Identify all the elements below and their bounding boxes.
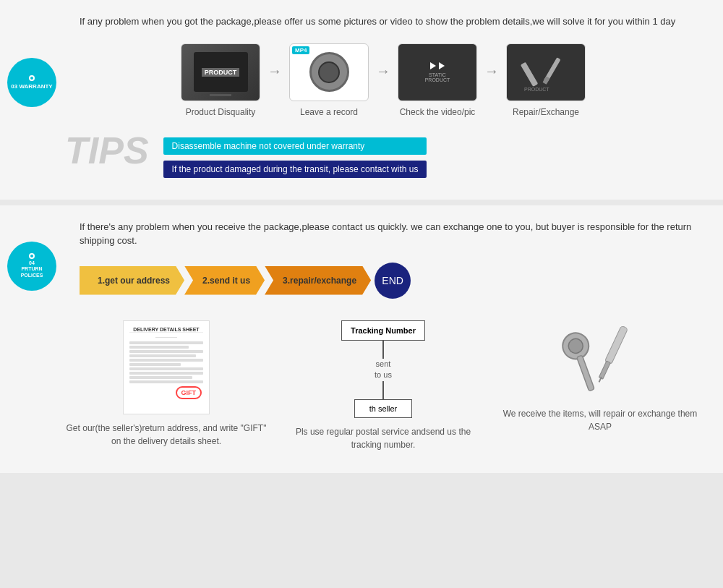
step-repair-exchange: PRODUCT Repair/Exchange xyxy=(506,43,586,117)
tips-messages: Disassemble machine not covered under wa… xyxy=(163,132,427,178)
sheet-title: DELIVERY DETAILS SHEET xyxy=(129,327,203,333)
return-step-end: END xyxy=(375,263,411,299)
return-col-1: DELIVERY DETAILS SHEET ―――――― GIFT Get o… xyxy=(65,320,268,448)
video-icon: STATICPRODUCT xyxy=(398,43,477,101)
return-step-1: 1.get our address xyxy=(80,266,184,295)
arrow1: → xyxy=(268,63,282,80)
return-step-2: 2.send it us xyxy=(184,266,265,295)
return-intro: If there's any problem when you receive … xyxy=(22,220,701,248)
sent-label: sentto us xyxy=(375,359,392,381)
col2-desc: Pls use regular postal service andsend u… xyxy=(282,425,484,451)
step-check-video: STATICPRODUCT Check the video/pic xyxy=(398,43,477,117)
return-content: DELIVERY DETAILS SHEET ―――――― GIFT Get o… xyxy=(22,320,701,451)
svg-rect-8 xyxy=(599,360,610,378)
flow-line-1 xyxy=(382,341,384,359)
return-section: If there's any problem when you receive … xyxy=(0,205,723,473)
svg-rect-0 xyxy=(521,61,538,86)
return-badge: 04PRTURNPOLICES xyxy=(7,242,56,291)
svg-rect-6 xyxy=(577,355,595,391)
warranty-section: If any problem when you got the package,… xyxy=(0,0,723,200)
warranty-badge: 03 WARRANTY xyxy=(7,58,56,107)
svg-rect-7 xyxy=(604,325,628,365)
tips-title: TIPS xyxy=(65,132,149,169)
mp4-icon: MP4 xyxy=(289,43,369,101)
arrow2: → xyxy=(376,63,390,80)
step-leave-record: MP4 Leave a record xyxy=(289,43,369,117)
warranty-steps: PRODUCT Product Disquality → MP4 Leave a… xyxy=(22,43,701,117)
tip2-message: If the product damaged during the transi… xyxy=(163,161,427,178)
tip1-message: Disassemble machine not covered under wa… xyxy=(163,137,427,155)
product-disquality-icon: PRODUCT xyxy=(181,43,260,101)
return-col-3: We receive the items, will repair or exc… xyxy=(499,320,701,433)
step2-label: Leave a record xyxy=(300,107,358,117)
step1-label: Product Disquality xyxy=(186,107,256,117)
seller-box: th seller xyxy=(354,399,413,418)
warranty-intro: If any problem when you got the package,… xyxy=(22,14,701,29)
col3-desc: We receive the items, will repair or exc… xyxy=(499,407,701,433)
step3-label: Check the video/pic xyxy=(400,107,476,117)
repair-tools-svg xyxy=(553,320,647,400)
delivery-sheet: DELIVERY DETAILS SHEET ―――――― GIFT xyxy=(123,320,210,414)
flow-line-2 xyxy=(382,381,384,399)
return-col-2: Tracking Number sentto us th seller Pls … xyxy=(282,320,484,451)
tools-svg: PRODUCT xyxy=(521,51,571,94)
col1-desc: Get our(the seller's)return address, and… xyxy=(65,422,268,448)
tracking-number-box: Tracking Number xyxy=(341,320,425,341)
gift-label: GIFT xyxy=(176,386,202,399)
step4-label: Repair/Exchange xyxy=(513,107,579,117)
tracking-flow: Tracking Number sentto us th seller xyxy=(341,320,425,418)
tips-section: TIPS Disassemble machine not covered und… xyxy=(22,132,701,178)
svg-text:PRODUCT: PRODUCT xyxy=(524,87,549,92)
repair-icon: PRODUCT xyxy=(506,43,586,101)
return-step-3: 3.repair/exchange xyxy=(265,266,371,295)
arrow3: → xyxy=(484,63,499,80)
return-steps-flow: 1.get our address 2.send it us 3.repair/… xyxy=(22,263,701,299)
step-product-disquality: PRODUCT Product Disquality xyxy=(181,43,260,117)
